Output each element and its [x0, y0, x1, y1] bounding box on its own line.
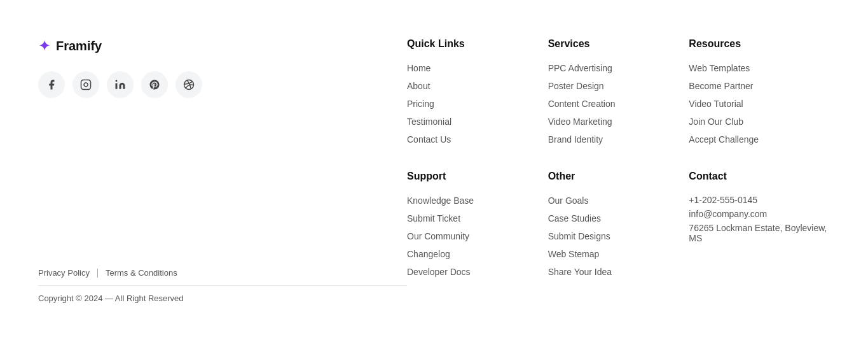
footer-nav-row-1: Quick Links Home About Pricing Testimoni…	[407, 38, 830, 145]
other-casestudies[interactable]: Case Studies	[548, 213, 601, 223]
resource-challenge[interactable]: Accept Challenge	[689, 134, 759, 145]
service-poster[interactable]: Poster Design	[548, 81, 604, 91]
resources-title: Resources	[689, 38, 830, 50]
terms-conditions-link[interactable]: Terms & Conditions	[106, 268, 177, 278]
support-knowledge[interactable]: Knowledge Base	[407, 195, 474, 206]
support-community[interactable]: Our Community	[407, 231, 469, 241]
list-item: Knowledge Base	[407, 195, 548, 206]
linkedin-svg	[114, 79, 126, 90]
quicklinks-list: Home About Pricing Testimonial Contact U…	[407, 62, 548, 145]
list-item: Share Your Idea	[548, 266, 689, 278]
facebook-svg	[46, 79, 57, 90]
list-item: Submit Ticket	[407, 213, 548, 224]
brand-name: Framify	[56, 39, 102, 53]
list-item: Pricing	[407, 98, 548, 110]
instagram-icon[interactable]	[72, 71, 99, 98]
footer-col-resources: Resources Web Templates Become Partner V…	[689, 38, 830, 145]
contact-phone: +1-202-555-0145	[689, 195, 830, 205]
resource-club[interactable]: Join Our Club	[689, 117, 743, 127]
instagram-svg	[80, 79, 92, 90]
dribbble-svg	[183, 79, 195, 90]
copyright-text: Copyright © 2024 — All Right Reserved	[38, 285, 407, 303]
legal-divider	[97, 269, 98, 278]
footer: ✦ Framify	[0, 0, 868, 329]
list-item: Our Community	[407, 230, 548, 242]
service-video[interactable]: Video Marketing	[548, 117, 612, 127]
other-goals[interactable]: Our Goals	[548, 195, 589, 206]
privacy-policy-link[interactable]: Privacy Policy	[38, 268, 90, 278]
logo-area: ✦ Framify	[38, 38, 407, 53]
linkedin-icon[interactable]	[107, 71, 134, 98]
contact-info: +1-202-555-0145 info@company.com 76265 L…	[689, 195, 830, 243]
footer-nav-section: Quick Links Home About Pricing Testimoni…	[407, 38, 830, 303]
footer-col-support: Support Knowledge Base Submit Ticket Our…	[407, 171, 548, 278]
service-content[interactable]: Content Creation	[548, 99, 616, 109]
svg-point-3	[116, 80, 118, 82]
list-item: Submit Designs	[548, 230, 689, 242]
dribbble-icon[interactable]	[176, 71, 202, 98]
services-title: Services	[548, 38, 689, 50]
quicklink-contact[interactable]: Contact Us	[407, 134, 451, 145]
list-item: Web Templates	[689, 62, 830, 74]
other-submitdesigns[interactable]: Submit Designs	[548, 231, 610, 241]
support-devdocs[interactable]: Developer Docs	[407, 267, 471, 277]
svg-rect-2	[116, 83, 118, 89]
footer-col-contact: Contact +1-202-555-0145 info@company.com…	[689, 171, 830, 278]
quicklink-about[interactable]: About	[407, 81, 431, 91]
resource-tutorial[interactable]: Video Tutorial	[689, 99, 743, 109]
list-item: Changelog	[407, 248, 548, 260]
social-icons-group	[38, 71, 407, 98]
list-item: Join Our Club	[689, 116, 830, 127]
support-list: Knowledge Base Submit Ticket Our Communi…	[407, 195, 548, 278]
services-list: PPC Advertising Poster Design Content Cr…	[548, 62, 689, 145]
list-item: Become Partner	[689, 80, 830, 92]
footer-left-section: ✦ Framify	[38, 38, 407, 303]
other-title: Other	[548, 171, 689, 182]
contact-address: 76265 Lockman Estate, Boyleview, MS	[689, 223, 830, 243]
footer-col-quicklinks: Quick Links Home About Pricing Testimoni…	[407, 38, 548, 145]
list-item: Web Stemap	[548, 248, 689, 260]
pinterest-svg	[149, 79, 160, 90]
support-title: Support	[407, 171, 548, 182]
list-item: Home	[407, 62, 548, 74]
quicklink-home[interactable]: Home	[407, 63, 431, 73]
service-brand[interactable]: Brand Identity	[548, 134, 603, 145]
resource-partner[interactable]: Become Partner	[689, 81, 753, 91]
list-item: Brand Identity	[548, 134, 689, 145]
list-item: Case Studies	[548, 213, 689, 224]
facebook-icon[interactable]	[38, 71, 65, 98]
footer-bottom: Privacy Policy Terms & Conditions Copyri…	[38, 268, 407, 303]
contact-title: Contact	[689, 171, 830, 182]
support-ticket[interactable]: Submit Ticket	[407, 213, 460, 223]
footer-col-other: Other Our Goals Case Studies Submit Desi…	[548, 171, 689, 278]
footer-nav-row-2: Support Knowledge Base Submit Ticket Our…	[407, 171, 830, 278]
resources-list: Web Templates Become Partner Video Tutor…	[689, 62, 830, 145]
list-item: Video Marketing	[548, 116, 689, 127]
other-sitemap[interactable]: Web Stemap	[548, 249, 600, 259]
list-item: Poster Design	[548, 80, 689, 92]
svg-rect-0	[81, 80, 91, 90]
other-shareidea[interactable]: Share Your Idea	[548, 267, 612, 277]
list-item: Content Creation	[548, 98, 689, 110]
support-changelog[interactable]: Changelog	[407, 249, 450, 259]
footer-col-services: Services PPC Advertising Poster Design C…	[548, 38, 689, 145]
resource-templates[interactable]: Web Templates	[689, 63, 750, 73]
quicklink-pricing[interactable]: Pricing	[407, 99, 434, 109]
legal-links: Privacy Policy Terms & Conditions	[38, 268, 407, 278]
list-item: PPC Advertising	[548, 62, 689, 74]
other-list: Our Goals Case Studies Submit Designs We…	[548, 195, 689, 278]
service-ppc[interactable]: PPC Advertising	[548, 63, 612, 73]
logo-star-icon: ✦	[38, 38, 51, 53]
contact-email: info@company.com	[689, 209, 830, 219]
list-item: Developer Docs	[407, 266, 548, 278]
quicklinks-title: Quick Links	[407, 38, 548, 50]
list-item: Testimonial	[407, 116, 548, 127]
list-item: About	[407, 80, 548, 92]
list-item: Our Goals	[548, 195, 689, 206]
list-item: Contact Us	[407, 134, 548, 145]
quicklink-testimonial[interactable]: Testimonial	[407, 117, 451, 127]
list-item: Video Tutorial	[689, 98, 830, 110]
pinterest-icon[interactable]	[141, 71, 168, 98]
list-item: Accept Challenge	[689, 134, 830, 145]
